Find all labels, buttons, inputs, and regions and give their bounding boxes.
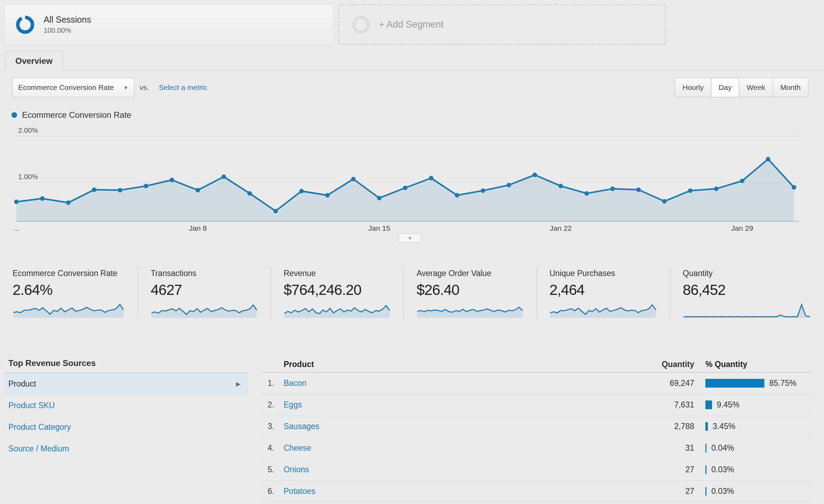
scorecard-sparkline [417,302,523,319]
chevron-right-icon: ▶ [236,381,240,387]
row-percent: 9.45% [717,400,740,410]
row-percent: 0.04% [711,443,734,453]
revenue-source-product[interactable]: Product▶ [4,373,248,395]
revenue-source-label: Product [8,379,36,389]
row-percent: 0.03% [711,487,734,496]
product-table: Product Quantity % Quantity 1.Bacon69,24… [262,356,812,502]
row-rank: 3. [262,422,284,431]
row-quantity: 27 [631,465,694,474]
product-link-eggs[interactable]: Eggs [284,400,302,409]
row-quantity: 31 [631,443,694,453]
row-percent: 85.75% [769,379,796,388]
metric-dropdown-value: Ecommerce Conversion Rate [18,83,114,92]
scorecard-sparkline [683,302,811,319]
row-product-cell: Sausages [284,422,631,431]
scorecard-label: Ecommerce Conversion Rate [13,269,138,278]
row-rank: 5. [262,465,284,474]
segment-all-sessions[interactable]: All Sessions 100.00% [4,4,334,45]
chevron-down-icon: ▼ [408,236,412,241]
row-product-cell: Onions [284,465,631,474]
svg-text:Jan 29: Jan 29 [731,224,753,232]
row-rank: 6. [262,487,284,496]
scorecard-average-order-value[interactable]: Average Order Value$26.40 [404,267,537,320]
scorecard-value: $26.40 [417,282,537,298]
granularity-week[interactable]: Week [739,78,773,97]
row-quantity: 69,247 [631,379,694,388]
select-metric-link[interactable]: Select a metric [159,78,207,97]
revenue-source-list: Product▶Product SKUProduct CategorySourc… [4,373,248,459]
scorecard-quantity[interactable]: Quantity86,452 [670,267,824,320]
scorecard-sparkline [284,302,390,319]
product-link-sausages[interactable]: Sausages [284,422,319,431]
tab-underline [0,70,824,70]
quantity-bar [705,379,764,388]
product-link-potatoes[interactable]: Potatoes [284,487,315,496]
tab-overview-label: Overview [15,56,53,66]
row-rank: 4. [262,443,284,453]
quantity-bar [705,400,712,409]
row-pct-cell: 0.04% [694,443,812,453]
scorecard-sparkline [549,302,657,319]
scorecard-revenue[interactable]: Revenue$764,246.20 [271,267,404,320]
scorecard-label: Unique Purchases [549,269,670,278]
product-link-onions[interactable]: Onions [284,465,309,474]
vs-label: vs. [140,78,149,97]
revenue-source-product-sku[interactable]: Product SKU [4,395,248,416]
quantity-bar [705,422,708,431]
revenue-source-source-medium[interactable]: Source / Medium [4,438,248,459]
row-percent: 0.03% [711,465,734,474]
chevron-down-icon: ▼ [123,85,128,91]
tab-overview[interactable]: Overview [5,51,63,70]
scorecard-value: 2.64% [13,282,138,298]
row-pct-cell: 0.03% [694,465,812,474]
scorecard-label: Revenue [284,269,404,278]
svg-text:1.00%: 1.00% [18,173,38,181]
add-segment-label: + Add Segment [379,19,443,30]
row-pct-cell: 0.03% [694,487,812,496]
table-header: Product Quantity % Quantity [262,356,812,373]
add-segment-button[interactable]: + Add Segment [338,4,666,45]
row-pct-cell: 3.45% [694,422,812,431]
scorecard-value: 2,464 [549,282,670,298]
revenue-source-label: Product Category [8,422,71,432]
product-link-cheese[interactable]: Cheese [284,443,311,452]
scorecard-sparkline [13,302,124,319]
row-quantity: 2,788 [631,422,694,431]
revenue-source-product-category[interactable]: Product Category [4,416,248,438]
table-body: 1.Bacon69,24785.75%2.Eggs7,6319.45%3.Sau… [262,373,812,502]
row-product-cell: Eggs [284,400,631,410]
scorecard-value: 4627 [151,282,271,298]
segment-donut-icon [15,15,35,35]
scorecard-sparkline [151,302,257,319]
scorecard-value: $764,246.20 [284,282,404,298]
svg-text:Jan 22: Jan 22 [550,224,572,232]
header-product: Product [284,360,631,369]
chart-legend: Ecommerce Conversion Rate [12,110,131,120]
revenue-source-label: Product SKU [8,401,55,410]
table-row: 4.Cheese310.04% [262,437,812,459]
granularity-hourly[interactable]: Hourly [675,78,711,97]
scorecard-ecommerce-conversion-rate[interactable]: Ecommerce Conversion Rate2.64% [0,267,138,320]
timeline-drawer-handle[interactable]: ▼ [398,234,421,243]
svg-text:Jan 15: Jan 15 [368,224,390,232]
row-pct-cell: 9.45% [694,400,812,410]
scorecard-transactions[interactable]: Transactions4627 [138,267,271,320]
row-pct-cell: 85.75% [694,379,812,388]
granularity-month[interactable]: Month [773,78,808,97]
table-row: 5.Onions270.03% [262,459,812,481]
row-percent: 3.45% [713,422,735,431]
row-rank: 1. [262,379,284,388]
metric-dropdown[interactable]: Ecommerce Conversion Rate ▼ [12,78,134,97]
table-row: 6.Potatoes270.03% [262,481,812,502]
granularity-day[interactable]: Day [711,78,739,97]
top-revenue-sources-title: Top Revenue Sources [4,356,248,373]
svg-text:...: ... [13,224,20,232]
scorecard-unique-purchases[interactable]: Unique Purchases2,464 [537,267,670,320]
quantity-bar [705,487,706,496]
scorecard-label: Average Order Value [417,269,537,278]
table-row: 2.Eggs7,6319.45% [262,394,812,416]
header-pct-quantity: % Quantity [694,360,812,369]
product-link-bacon[interactable]: Bacon [284,379,306,388]
header-quantity: Quantity [631,360,694,369]
scorecard-value: 86,452 [683,282,824,298]
